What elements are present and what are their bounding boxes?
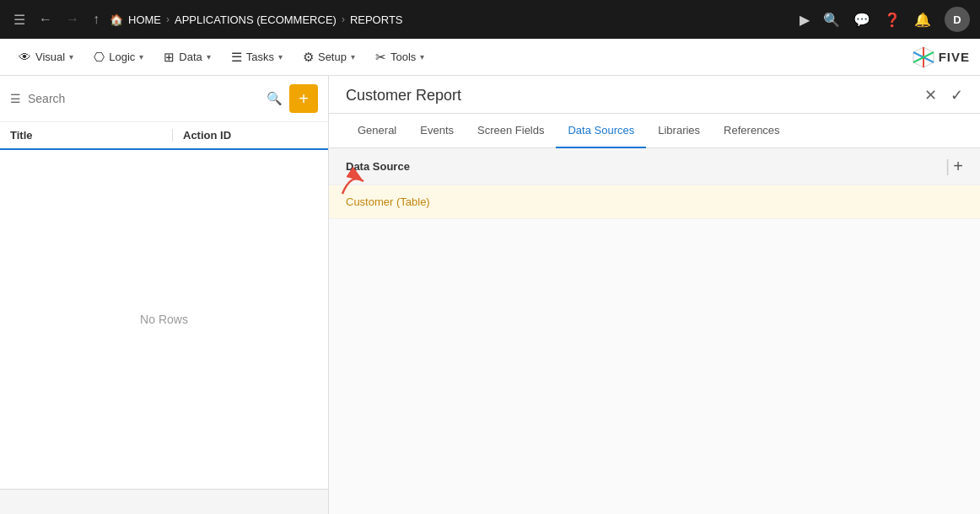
close-button[interactable]: ✕ bbox=[924, 86, 937, 104]
menu-visual[interactable]: 👁 Visual ▾ bbox=[10, 45, 82, 69]
breadcrumb-home[interactable]: 🏠 HOME bbox=[110, 13, 161, 26]
menu-setup[interactable]: ⚙ Setup ▾ bbox=[294, 45, 363, 70]
chat-icon[interactable]: 💬 bbox=[853, 12, 870, 28]
setup-icon: ⚙ bbox=[303, 50, 314, 65]
top-nav-actions: ▶ 🔍 💬 ❓ 🔔 D bbox=[800, 7, 970, 32]
forward-icon[interactable]: → bbox=[62, 8, 83, 30]
notifications-icon[interactable]: 🔔 bbox=[914, 12, 931, 28]
visual-icon: 👁 bbox=[19, 50, 31, 64]
menu-tools-label: Tools bbox=[390, 51, 416, 63]
tasks-icon: ☰ bbox=[231, 50, 242, 65]
help-icon[interactable]: ❓ bbox=[884, 12, 901, 28]
menu-data[interactable]: ⊞ Data ▾ bbox=[155, 45, 218, 70]
main-content: ☰ 🔍 + Title Action ID No Rows Customer R… bbox=[0, 76, 980, 514]
breadcrumb: 🏠 HOME › APPLICATIONS (ECOMMERCE) › REPO… bbox=[110, 13, 793, 26]
right-panel: Customer Report ✕ ✓ General Events Scree… bbox=[329, 76, 980, 514]
search-icon[interactable]: 🔍 bbox=[267, 91, 283, 106]
left-panel: ☰ 🔍 + Title Action ID No Rows bbox=[0, 76, 329, 514]
add-button[interactable]: + bbox=[289, 84, 318, 113]
back-icon[interactable]: ← bbox=[35, 8, 56, 30]
ds-table-header: Data Source | + bbox=[329, 148, 980, 185]
tabs: General Events Screen Fields Data Source… bbox=[329, 114, 980, 148]
ds-row-text: Customer (Table) bbox=[346, 195, 430, 208]
search-bar: ☰ 🔍 + bbox=[0, 76, 328, 122]
tab-general[interactable]: General bbox=[346, 114, 408, 148]
left-bottom-bar bbox=[0, 489, 328, 514]
five-logo: FIVE bbox=[912, 46, 970, 69]
search-input[interactable] bbox=[28, 92, 260, 105]
logic-chevron: ▾ bbox=[139, 52, 143, 62]
tools-icon: ✂ bbox=[375, 50, 386, 65]
play-icon[interactable]: ▶ bbox=[800, 12, 810, 28]
header-action-id: Action ID bbox=[173, 129, 318, 142]
confirm-button[interactable]: ✓ bbox=[950, 86, 963, 104]
breadcrumb-sep-2: › bbox=[342, 13, 345, 25]
tab-libraries[interactable]: Libraries bbox=[646, 114, 712, 148]
breadcrumb-reports[interactable]: REPORTS bbox=[350, 13, 403, 26]
hamburger-icon[interactable]: ☰ bbox=[10, 8, 29, 31]
user-avatar[interactable]: D bbox=[945, 7, 970, 32]
tab-events[interactable]: Events bbox=[408, 114, 466, 148]
filter-icon: ☰ bbox=[10, 92, 21, 105]
datasources-content: Data Source | + Customer (Table) bbox=[329, 148, 980, 514]
menu-visual-label: Visual bbox=[35, 51, 65, 63]
five-logo-text: FIVE bbox=[939, 50, 970, 64]
tab-references[interactable]: References bbox=[712, 114, 791, 148]
menu-bar-left: 👁 Visual ▾ ⎔ Logic ▾ ⊞ Data ▾ ☰ Tasks ▾ … bbox=[10, 45, 433, 70]
ds-column-label: Data Source bbox=[346, 160, 410, 173]
ds-divider-icon: | bbox=[945, 157, 950, 176]
setup-chevron: ▾ bbox=[351, 52, 355, 62]
data-chevron: ▾ bbox=[207, 52, 211, 62]
ds-row[interactable]: Customer (Table) bbox=[329, 185, 980, 219]
tasks-chevron: ▾ bbox=[278, 52, 283, 62]
data-icon: ⊞ bbox=[164, 50, 175, 65]
menu-tasks[interactable]: ☰ Tasks ▾ bbox=[223, 45, 291, 70]
breadcrumb-sep-1: › bbox=[166, 13, 170, 25]
tools-chevron: ▾ bbox=[420, 52, 424, 62]
visual-chevron: ▾ bbox=[69, 52, 73, 62]
panel-header-actions: ✕ ✓ bbox=[924, 86, 963, 113]
ds-add-button[interactable]: | + bbox=[945, 157, 963, 176]
table-header: Title Action ID bbox=[0, 122, 328, 150]
logic-icon: ⎔ bbox=[94, 50, 105, 65]
breadcrumb-applications[interactable]: APPLICATIONS (ECOMMERCE) bbox=[175, 13, 337, 26]
ds-plus-icon: + bbox=[953, 157, 963, 176]
search-nav-icon[interactable]: 🔍 bbox=[823, 12, 840, 28]
tab-data-sources[interactable]: Data Sources bbox=[556, 114, 646, 148]
tab-screen-fields[interactable]: Screen Fields bbox=[466, 114, 556, 148]
menu-bar: 👁 Visual ▾ ⎔ Logic ▾ ⊞ Data ▾ ☰ Tasks ▾ … bbox=[0, 39, 980, 76]
menu-setup-label: Setup bbox=[318, 51, 347, 63]
panel-title: Customer Report bbox=[346, 87, 461, 113]
home-icon: 🏠 bbox=[110, 13, 123, 26]
header-title: Title bbox=[10, 129, 172, 142]
menu-logic-label: Logic bbox=[109, 51, 135, 63]
menu-tools[interactable]: ✂ Tools ▾ bbox=[367, 45, 433, 70]
panel-header: Customer Report ✕ ✓ bbox=[329, 76, 980, 114]
no-rows-message: No Rows bbox=[0, 150, 328, 489]
top-nav: ☰ ← → ↑ 🏠 HOME › APPLICATIONS (ECOMMERCE… bbox=[0, 0, 980, 39]
menu-tasks-label: Tasks bbox=[246, 51, 274, 63]
menu-data-label: Data bbox=[179, 51, 202, 63]
up-icon[interactable]: ↑ bbox=[89, 8, 103, 30]
menu-logic[interactable]: ⎔ Logic ▾ bbox=[85, 45, 152, 70]
